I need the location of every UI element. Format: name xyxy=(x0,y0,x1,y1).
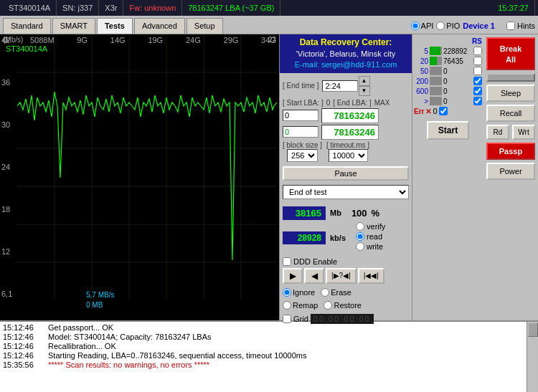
bar-check-4[interactable] xyxy=(473,87,482,95)
erase-radio[interactable] xyxy=(321,288,329,297)
clock: 15:37:27 xyxy=(492,0,535,16)
read-label: read xyxy=(367,232,382,241)
bar-row-5: >0 xyxy=(414,97,482,105)
hints-checkbox[interactable] xyxy=(506,21,515,30)
tab-tests[interactable]: Tests xyxy=(97,18,133,34)
sleep-button[interactable]: Sleep xyxy=(486,85,535,102)
tab-bar: Standard SMART Tests Advanced Setup API … xyxy=(0,16,538,34)
info-banner: Data Recovery Center: 'Victoria', Belaru… xyxy=(280,34,412,73)
bar-check-5[interactable] xyxy=(473,97,482,105)
wrt-button[interactable]: Wrt xyxy=(512,125,535,140)
tab-advanced[interactable]: Advanced xyxy=(134,18,185,34)
lba-input2[interactable] xyxy=(283,126,318,138)
bar-val-5: 0 xyxy=(443,97,472,105)
zero-label: 0 xyxy=(326,99,331,107)
step-btn[interactable]: |▶?◀| xyxy=(326,268,357,284)
timeout-label: [ timeout.ms ] xyxy=(326,141,369,149)
api-label: API xyxy=(421,21,434,30)
remap-radio[interactable] xyxy=(283,301,291,310)
power-button[interactable]: Power xyxy=(486,163,535,180)
bar-val-4: 0 xyxy=(443,87,472,95)
err-checkbox[interactable] xyxy=(439,107,448,115)
log-scrollbar[interactable] xyxy=(527,322,538,392)
bar-num-3: 200 xyxy=(414,77,428,85)
recall-button[interactable]: Recall xyxy=(486,105,535,122)
bar-check-1[interactable] xyxy=(473,57,482,65)
log-line-4: 15:35:56***** Scan results: no warnings,… xyxy=(3,360,524,369)
restore-radio[interactable] xyxy=(324,301,332,310)
play-btn[interactable]: ▶ xyxy=(283,268,303,284)
bar-container-2 xyxy=(430,67,442,75)
verify-radio-label[interactable]: verify xyxy=(356,222,385,231)
start-lba-input[interactable] xyxy=(283,110,318,121)
api-radio-label[interactable]: API xyxy=(411,21,434,30)
banner-title: Data Recovery Center: xyxy=(282,37,410,49)
break-all-button[interactable]: Break All xyxy=(486,37,535,70)
bar-num-5: > xyxy=(414,97,428,105)
log-content[interactable]: 15:12:46Get passport... OK15:12:46Model:… xyxy=(0,322,527,392)
hints-label[interactable]: Hints xyxy=(506,21,535,30)
erase-radio-label[interactable]: Erase xyxy=(321,288,351,297)
ignore-radio[interactable] xyxy=(283,288,291,297)
ddd-checkbox[interactable] xyxy=(283,257,291,266)
block-size-select[interactable]: 256512128 xyxy=(287,149,318,162)
log-line-3: 15:12:46Starting Reading, LBA=0..7816324… xyxy=(3,351,524,360)
remap-radio-label[interactable]: Remap xyxy=(283,301,318,310)
passp-button[interactable]: Passp xyxy=(486,143,535,160)
end-of-test-select[interactable]: End of test xyxy=(283,185,409,199)
pio-radio[interactable] xyxy=(436,21,445,30)
ignore-label: Ignore xyxy=(293,288,315,297)
timeout-select[interactable]: 10000500020000 xyxy=(329,149,368,162)
banner-email: E-mail: sergei@hdd-911.com xyxy=(282,59,410,70)
log-time-4: 15:35:56 xyxy=(3,360,42,369)
bar-row-4: 6000 xyxy=(414,87,482,95)
time-up-btn[interactable]: ▲ xyxy=(359,76,370,86)
bar-container-1 xyxy=(430,57,442,65)
err-row: Err ✕ 0 xyxy=(414,107,482,115)
bar-container-0 xyxy=(430,47,442,55)
end-time-label: [ End time ] xyxy=(283,82,319,90)
block-size-label: [ block size ] xyxy=(283,141,322,149)
log-msg-0: Get passport... OK xyxy=(48,323,113,332)
rs-panel: RS 5228892207643550020006000>0 Err ✕ 0 S… xyxy=(412,34,483,320)
side-buttons: Break All Sleep Recall Rd Wrt Passp Powe… xyxy=(483,34,538,320)
pause-button[interactable]: Pause xyxy=(283,166,409,181)
tab-standard[interactable]: Standard xyxy=(3,18,51,34)
write-radio[interactable] xyxy=(356,242,364,251)
log-time-1: 15:12:46 xyxy=(3,333,42,341)
bar-val-3: 0 xyxy=(443,77,472,85)
end-lba-display2: 78163246 xyxy=(321,125,379,140)
bar-check-0[interactable] xyxy=(473,47,482,55)
graph-svg xyxy=(17,34,277,300)
end-btn[interactable]: |◀◀| xyxy=(358,268,384,284)
back-btn[interactable]: ◀ xyxy=(304,268,324,284)
write-radio-label[interactable]: write xyxy=(356,242,385,251)
tab-smart[interactable]: SMART xyxy=(52,18,95,34)
ignore-radio-label[interactable]: Ignore xyxy=(283,288,315,297)
read-radio[interactable] xyxy=(356,232,364,241)
speed-label: 5,7 MB/s xyxy=(86,291,114,299)
bar-check-3[interactable] xyxy=(473,77,482,85)
bar-check-2[interactable] xyxy=(473,67,482,75)
rs-header: RS xyxy=(414,37,482,45)
restore-radio-label[interactable]: Restore xyxy=(324,301,362,310)
verify-radio[interactable] xyxy=(356,222,364,231)
start-button[interactable]: Start xyxy=(427,121,469,140)
read-radio-label[interactable]: read xyxy=(356,232,385,241)
bar-row-2: 500 xyxy=(414,67,482,75)
time-down-btn[interactable]: ▼ xyxy=(359,86,370,96)
lba-info: 78163247 LBA (~37 GB) xyxy=(182,0,280,16)
time-input[interactable] xyxy=(322,80,358,92)
erase-label: Erase xyxy=(331,288,351,297)
api-radio[interactable] xyxy=(411,21,420,30)
bar-num-1: 20 xyxy=(414,57,428,65)
write-label: write xyxy=(367,242,383,251)
pio-radio-label[interactable]: PIO xyxy=(436,21,460,30)
start-lba-label: [ Start LBA: ] xyxy=(283,99,324,107)
tab-setup[interactable]: Setup xyxy=(187,18,223,34)
x3-val: X3r xyxy=(99,0,123,16)
rd-button[interactable]: Rd xyxy=(486,125,509,140)
log-time-0: 15:12:46 xyxy=(3,323,42,332)
serial-number: SN: j337 xyxy=(57,0,99,16)
gray-divider xyxy=(486,73,535,82)
